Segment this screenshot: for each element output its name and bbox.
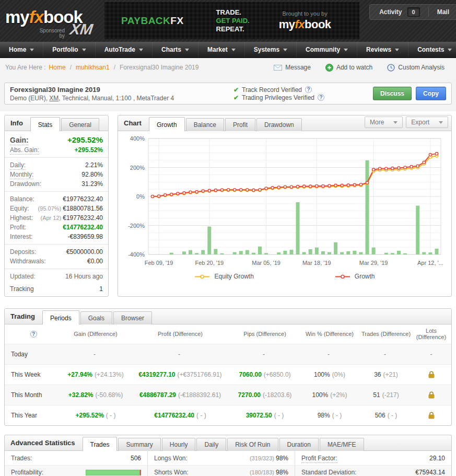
divider [5, 269, 108, 269]
breadcrumb-user-link[interactable]: muhikhsan1 [76, 64, 110, 71]
trading-panel-header: Trading Periods Goals Browser [5, 309, 451, 324]
legend-growth[interactable]: Growth [335, 273, 375, 280]
chart-legend: Equity Growth Growth [124, 271, 445, 284]
user-toolbar: Activity 0 Mail [369, 4, 456, 20]
column-header: Profit (Difference) [129, 331, 231, 337]
tab-drawdown[interactable]: Drawdown [256, 118, 302, 131]
verification-block: ✔ Track Record Verified ✔ Trading Privil… [233, 86, 369, 102]
main-navigation: Home Portfolio AutoTrade Charts Market S… [0, 42, 456, 58]
add-to-watch-button[interactable]: Add to watch [325, 64, 372, 72]
xm-logo[interactable]: XM [69, 21, 94, 38]
tab-periods[interactable]: Periods [42, 310, 79, 324]
nav-item-market[interactable]: Market [198, 42, 245, 57]
trading-panel-title: Trading [8, 312, 42, 324]
ad-brought-by: Brought to you by myfxbook [279, 10, 331, 31]
paybackfx-brand: PAYBACKFX [121, 15, 184, 27]
lock-icon[interactable] [428, 412, 435, 419]
export-button[interactable]: Export [406, 117, 448, 128]
nav-item-systems[interactable]: Systems [245, 42, 297, 57]
chevron-down-icon [82, 49, 86, 51]
tab-duration[interactable]: Duration [279, 438, 319, 451]
tab-trades[interactable]: Trades [83, 437, 118, 451]
growth-chart[interactable]: 400%200%0%-200%-400%Feb 09, '19Feb 20, '… [124, 134, 445, 269]
chart-toolbar: More Export [365, 117, 448, 131]
help-icon[interactable] [318, 94, 324, 101]
mail-link[interactable]: Mail [437, 8, 449, 16]
stat-standard-deviation: Standard Deviation:€75943.14 [295, 465, 451, 476]
copy-button[interactable]: Copy [416, 87, 446, 100]
stat-interest: Interest:-€839659.98 [5, 232, 108, 241]
tab-growth[interactable]: Growth [149, 117, 185, 131]
divider [5, 244, 108, 245]
tab-hourly[interactable]: Hourly [162, 438, 196, 451]
broker-link[interactable]: XM [49, 95, 59, 102]
nav-item-charts[interactable]: Charts [153, 42, 198, 57]
tab-browser[interactable]: Browser [113, 311, 152, 324]
tab-profit[interactable]: Profit [225, 118, 255, 131]
system-title-panel: Forexsignal30 Imagine 2019 Demo (EUR), X… [4, 83, 452, 105]
stats-column-1: Trades:506 Profitability: Pips:39072.5 [5, 451, 147, 476]
chevron-down-icon [139, 49, 143, 51]
chevron-down-icon [283, 49, 287, 51]
help-icon[interactable] [30, 331, 37, 338]
breadcrumb: You Are Here : Home / muhikhsan1 / Forex… [0, 58, 456, 77]
nav-item-home[interactable]: Home [0, 42, 43, 57]
nav-item-portfolio[interactable]: Portfolio [43, 42, 95, 57]
tab-mae-mfe[interactable]: MAE/MFE [320, 438, 364, 451]
tab-general[interactable]: General [61, 118, 99, 131]
stat-updated: Updated:16 Hours ago [5, 272, 108, 281]
column-header: Win % (Difference) [298, 331, 361, 337]
info-panel-title: Info [8, 119, 30, 131]
info-panel: Info Stats General Gain:+295.52% Abs. Ga… [4, 115, 109, 297]
chevron-down-icon [231, 49, 236, 51]
svg-text:0%: 0% [136, 193, 145, 200]
chevron-down-icon [393, 121, 397, 124]
discuss-button[interactable]: Discuss [373, 87, 412, 100]
svg-text:Mar 05, '19: Mar 05, '19 [252, 260, 280, 266]
custom-analysis-button[interactable]: Custom Analysis [387, 64, 445, 72]
system-titles: Forexsignal30 Imagine 2019 Demo (EUR), X… [10, 86, 233, 102]
tab-summary[interactable]: Summary [118, 438, 160, 451]
info-panel-header: Info Stats General [5, 115, 108, 131]
lock-icon[interactable] [428, 391, 435, 399]
nav-item-autotrade[interactable]: AutoTrade [96, 42, 153, 57]
tab-balance[interactable]: Balance [186, 118, 224, 131]
periods-table-header: Gain (Difference) Profit (Difference) Pi… [5, 324, 451, 344]
stat-balance: Balance:€19776232.40 [5, 194, 108, 204]
svg-text:Feb 20, '19: Feb 20, '19 [195, 260, 224, 266]
page-actions: Message Add to watch Custom Analysis [274, 64, 445, 72]
help-icon[interactable] [305, 86, 312, 93]
stat-deposits: Deposits:€5000000.00 [5, 247, 108, 257]
message-button[interactable]: Message [274, 64, 311, 71]
tab-goals[interactable]: Goals [80, 311, 112, 324]
logo-my: my [5, 7, 29, 27]
nav-item-community[interactable]: Community [297, 42, 357, 57]
legend-equity-growth[interactable]: Equity Growth [194, 273, 253, 280]
tab-stats[interactable]: Stats [30, 117, 60, 131]
table-row-today: Today - - - - - - [5, 344, 451, 364]
main-content-row: Info Stats General Gain:+295.52% Abs. Ga… [0, 111, 456, 297]
breadcrumb-home-link[interactable]: Home [49, 64, 66, 71]
stat-monthly: Monthly:92.80% [5, 170, 108, 179]
advanced-statistics-body: Trades:506 Profitability: Pips:39072.5 L… [5, 451, 451, 476]
nav-item-reviews[interactable]: Reviews [357, 42, 408, 57]
activity-link[interactable]: Activity [379, 8, 402, 16]
plus-circle-icon [325, 64, 333, 72]
stat-gain: Gain:+295.52% [5, 134, 108, 145]
chevron-down-icon [395, 49, 399, 51]
paybackfx-ad-banner[interactable]: PAYBACKFX TRADE. GET PAID. REPEAT. Broug… [104, 2, 359, 39]
profitability-win-segment [86, 470, 140, 475]
stat-highest: Highest:(Apr 12)€19776232.40 [5, 213, 108, 223]
legend-marker-icon [335, 274, 350, 279]
tab-daily[interactable]: Daily [196, 438, 226, 451]
svg-text:Apr 12, '...: Apr 12, '... [417, 260, 443, 266]
lock-icon[interactable] [428, 371, 435, 378]
chevron-down-icon [185, 49, 189, 51]
nav-item-contests[interactable]: Contests [408, 42, 456, 57]
more-button[interactable]: More [365, 117, 403, 128]
table-row-this-week: This Week +27.94%(+24.13%) €4319277.10(+… [5, 364, 451, 385]
column-header: Gain (Difference) [62, 331, 129, 337]
table-row-this-year: This Year +295.52%( - ) €14776232.40( - … [5, 405, 451, 425]
tab-risk-of-ruin[interactable]: Risk Of Ruin [227, 438, 278, 451]
legend-marker-icon [194, 274, 210, 279]
